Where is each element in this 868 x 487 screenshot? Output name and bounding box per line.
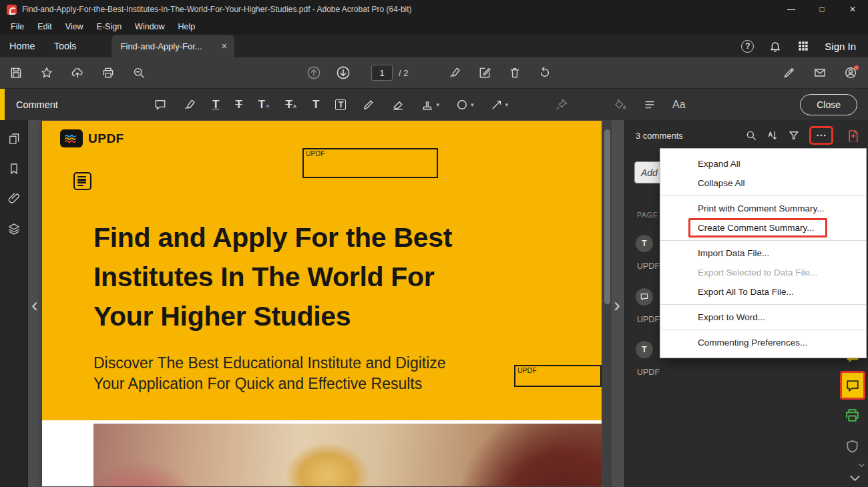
previous-page-icon[interactable] — [306, 65, 322, 81]
add-text-tool-icon[interactable]: T — [312, 99, 319, 110]
collapse-left-panel-icon[interactable]: ‹ — [31, 295, 38, 315]
help-icon[interactable]: ? — [741, 40, 754, 53]
comment-tool-highlight-box[interactable] — [840, 371, 865, 400]
star-favorite-icon[interactable] — [40, 66, 53, 79]
collapse-right-panel-icon[interactable]: › — [614, 295, 620, 315]
document-scrollbar[interactable] — [603, 120, 612, 487]
bookmarks-icon[interactable] — [7, 162, 21, 175]
menu-file[interactable]: File — [4, 20, 31, 33]
text-style-icon[interactable]: Aa — [672, 99, 686, 111]
account-person-icon[interactable] — [844, 66, 857, 79]
highlighter-tool-icon[interactable] — [448, 66, 461, 79]
strikethrough-text-tool-icon[interactable]: T — [235, 99, 242, 110]
pin-tool-icon[interactable] — [555, 98, 568, 111]
eraser-tool-icon[interactable] — [391, 98, 405, 111]
fill-color-tool-icon[interactable] — [614, 98, 627, 111]
filter-comments-icon[interactable] — [788, 129, 800, 141]
menu-help[interactable]: Help — [172, 20, 202, 33]
search-comments-icon[interactable] — [745, 129, 757, 141]
text-box-tool-icon[interactable]: T — [335, 99, 346, 110]
menu-edit[interactable]: Edit — [31, 20, 59, 33]
rotate-icon[interactable] — [538, 66, 552, 79]
menu-item-collapse-all[interactable]: Collapse All — [660, 173, 866, 193]
replace-text-tool-icon[interactable]: T^ — [285, 99, 296, 110]
comments-count-label: 3 comments — [636, 131, 683, 141]
menu-separator — [660, 240, 866, 241]
menu-item-export-selected-to-data-file: Export Selected to Data File... — [660, 263, 866, 282]
page-number-input[interactable] — [371, 65, 393, 81]
menu-window[interactable]: Window — [128, 20, 171, 33]
print-icon[interactable] — [101, 66, 115, 79]
notifications-bell-icon[interactable] — [769, 39, 782, 53]
save-icon[interactable] — [9, 66, 23, 79]
protect-shield-icon[interactable] — [845, 439, 860, 457]
page-thumbnails-icon[interactable] — [7, 132, 21, 145]
acrobat-app-icon — [7, 5, 17, 15]
add-comment-icon[interactable] — [847, 129, 860, 142]
comment-author: UPDF — [637, 262, 660, 271]
comment-author: UPDF — [637, 315, 660, 324]
signature-pen-icon[interactable] — [783, 66, 796, 79]
underline-text-tool-icon[interactable]: T — [212, 99, 219, 110]
layers-icon[interactable] — [7, 222, 21, 235]
more-tools-chevron-down-icon[interactable] — [848, 471, 862, 487]
document-viewport[interactable]: UPDF UPDF Find and Apply For the Best In… — [28, 120, 624, 487]
menu-view[interactable]: View — [59, 20, 90, 33]
menu-separator — [660, 195, 866, 196]
close-comment-button[interactable]: Close — [800, 94, 857, 115]
share-upload-icon[interactable] — [71, 66, 84, 79]
minimize-button[interactable]: — — [776, 0, 807, 19]
menu-item-expand-all[interactable]: Expand All — [660, 154, 866, 173]
pdf-page: UPDF UPDF Find and Apply For the Best In… — [42, 121, 602, 486]
menu-separator — [660, 330, 866, 330]
maximize-button[interactable]: □ — [807, 0, 837, 19]
form-field-annotation-top[interactable]: UPDF — [302, 148, 438, 178]
insert-text-tool-icon[interactable]: T^ — [258, 99, 270, 110]
close-window-button[interactable]: ✕ — [837, 0, 868, 19]
sort-comments-icon[interactable] — [767, 129, 779, 141]
menu-item-export-all-to-data-file[interactable]: Export All To Data File... — [660, 282, 866, 302]
sign-in-button[interactable]: Sign In — [825, 41, 856, 52]
document-scrollbar-thumb[interactable] — [604, 129, 610, 304]
comment-options-ellipsis-icon[interactable] — [815, 129, 827, 141]
comment-author: UPDF — [637, 368, 660, 377]
acrobat-window: Find-and-Apply-For-the-Best-Institutes-I… — [0, 0, 868, 487]
avatar-note-icon — [636, 288, 653, 306]
window-controls: — □ ✕ — [776, 0, 868, 19]
menu-esign[interactable]: E-Sign — [90, 20, 129, 33]
delete-trash-icon[interactable] — [508, 66, 521, 79]
page-total-label: / 2 — [399, 68, 408, 78]
account-notification-dot — [854, 65, 859, 70]
draw-pencil-tool-icon[interactable] — [362, 98, 375, 111]
sticky-note-tool-icon[interactable] — [154, 98, 167, 111]
tab-document[interactable]: Find-and-Apply-For... ✕ — [112, 35, 234, 57]
tab-close-icon[interactable]: ✕ — [221, 42, 227, 51]
email-envelope-icon[interactable] — [813, 66, 827, 79]
attachments-paperclip-icon[interactable] — [7, 192, 21, 205]
menu-item-print-with-comment-summary[interactable]: Print with Comment Summary... — [660, 199, 866, 218]
highlight-text-tool-icon[interactable] — [183, 98, 196, 111]
menu-item-commenting-preferences[interactable]: Commenting Preferences... — [660, 333, 866, 352]
comments-panel-header: 3 comments — [625, 125, 868, 145]
arrow-tool-icon[interactable]: ▾ — [490, 98, 509, 111]
fill-sign-tool-icon[interactable] — [478, 66, 491, 79]
next-page-icon[interactable] — [335, 65, 351, 81]
apps-grid-icon[interactable] — [797, 39, 810, 53]
updf-logo: UPDF — [60, 129, 124, 147]
subheading-line-2: Your Application For Quick and Effective… — [93, 374, 521, 394]
shapes-tool-icon[interactable]: ▾ — [455, 98, 474, 111]
comment-options-context-menu: Expand All Collapse All Print with Comme… — [660, 148, 867, 358]
menu-item-import-data-file[interactable]: Import Data File... — [660, 244, 866, 263]
comment-accent-bar — [0, 89, 5, 121]
menu-item-create-comment-summary[interactable]: Create Comment Summary... — [660, 218, 866, 237]
tab-home[interactable]: Home — [0, 41, 45, 51]
main-toolbar: / 2 — [0, 57, 868, 88]
form-field-bottom-label: UPDF — [517, 366, 537, 374]
comment-list-icon[interactable] — [643, 98, 656, 111]
menu-item-export-to-word[interactable]: Export to Word... — [660, 308, 866, 327]
form-field-annotation-bottom[interactable]: UPDF — [514, 365, 602, 387]
print-summary-green-icon[interactable] — [844, 407, 861, 426]
zoom-out-icon[interactable] — [132, 66, 146, 79]
tab-tools[interactable]: Tools — [45, 41, 86, 51]
stamp-tool-icon[interactable]: ▾ — [421, 98, 439, 111]
